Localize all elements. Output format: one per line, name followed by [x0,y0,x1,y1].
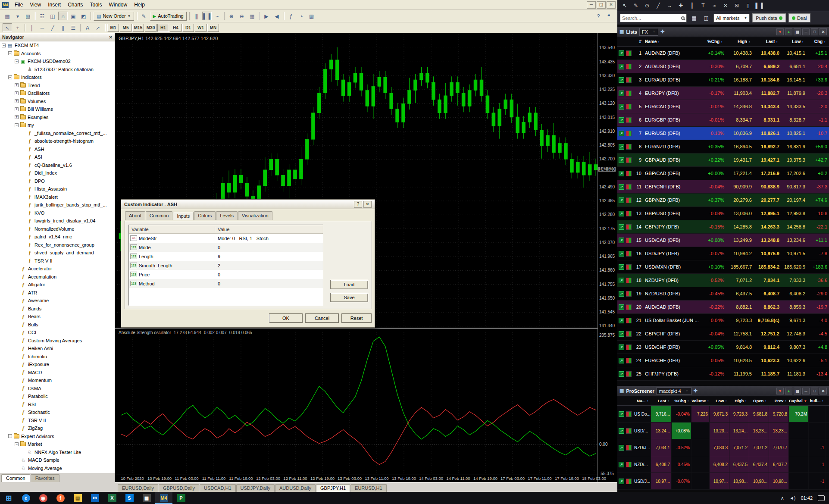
menu-file[interactable]: File [11,0,26,9]
quote-icon[interactable] [626,50,632,56]
tree-item-dpo[interactable]: ƒDPO [0,177,115,185]
market-row-aud-nzd-dfb[interactable]: ↗1AUD/NZD (DFB)+0.14%10,438.310,438.010,… [617,47,829,60]
menu-view[interactable]: View [26,0,44,9]
calculator-icon[interactable]: ▦ [138,492,155,504]
expander-icon[interactable]: − [15,442,19,446]
mini-chart-icon[interactable]: ↗ [619,50,624,56]
parameter-row-method[interactable]: 123Method0 [129,279,323,288]
mini-chart-icon[interactable]: ↗ [619,304,624,310]
parameter-value[interactable]: 0 [215,272,323,277]
chrome-icon[interactable]: ◉ [34,492,52,504]
cancel-button[interactable]: Cancel [305,313,339,323]
tile-windows-icon[interactable]: ▦ [247,12,257,20]
dialog-tab-about[interactable]: About [125,211,145,220]
parameter-value[interactable]: 0 [215,281,323,286]
minimize-icon[interactable]: ─ [802,388,810,394]
tree-item-alligator[interactable]: ƒAlligator [0,281,115,289]
tree-item-oscillators[interactable]: +Oscillators [0,89,115,97]
quote-icon[interactable] [626,331,632,337]
screener-column-header-low[interactable]: Low ↕ [710,398,729,403]
menu-window[interactable]: Window [106,0,131,9]
quote-icon[interactable] [626,184,632,190]
market-row-gbp-cnh-dfb[interactable]: ↗11GBP/CNH (DFB)-0.04%90,909.990,838.990… [617,180,829,194]
quote-icon[interactable] [626,428,632,434]
quote-icon[interactable] [626,358,632,363]
mini-chart-icon[interactable]: ↗ [619,344,624,350]
list-select[interactable]: FX ▼ [639,28,658,36]
tree-item-rex-for-nononsence-group[interactable]: ƒRex_for_nononsence_group [0,241,115,249]
quote-icon[interactable] [626,278,632,283]
dialog-tab-colors[interactable]: Colors [194,211,216,220]
mini-chart-icon[interactable]: ↗ [619,131,624,136]
crosshair-icon[interactable]: + [13,23,22,32]
quote-icon[interactable] [626,197,632,203]
market-row-eur-nzd-dfb[interactable]: ↗8EUR/NZD (DFB)+0.35%16,894.516,892.716,… [617,140,829,153]
tree-item-my[interactable]: −my [0,121,115,129]
tree-item-didi-index[interactable]: ƒDidi_Index [0,169,115,177]
parameter-row-length[interactable]: 123Length9 [129,252,323,261]
search-input[interactable] [622,16,681,21]
proscreener-title-bar[interactable]: ▦ ProScreener macdpkt 4 ▼ ✚ ▼ ▲ ▤ ─ □ ✕ [617,386,829,396]
ok-button[interactable]: OK [269,313,303,323]
tree-item-fxcm-mt4[interactable]: −▤FXCM MT4 [0,41,115,50]
parameter-row-mode[interactable]: 123Mode0 [129,243,323,252]
mail-icon[interactable]: ✉ [86,492,103,504]
search-box[interactable] [620,14,687,22]
tree-item-ichimoku[interactable]: ƒIchimoku [0,353,115,361]
search-icon[interactable] [681,16,685,20]
expander-icon[interactable]: − [8,434,12,438]
indicators-list-icon[interactable]: ƒ [286,12,296,20]
tree-item-stochastic[interactable]: ƒStochastic [0,408,115,416]
deal-button[interactable]: Deal [788,13,810,22]
quote-icon[interactable] [626,251,632,257]
parameters-table[interactable]: Variable Value abModeStrMode: 0 - RSI, 1… [128,225,323,306]
market-watch-icon[interactable]: ☷ [38,12,47,20]
screener-column-header-prev[interactable]: Prev ↕ [769,398,789,403]
screener-column-header[interactable]: Na... ↕Last ↕%Chg ↕Volume ↕Low ↕High ↕Op… [617,396,829,406]
expander-icon[interactable]: − [8,51,12,55]
mini-chart-icon[interactable]: ↗ [619,479,624,484]
expander-icon[interactable]: + [15,91,19,95]
market-row-gbp-cad-dfb[interactable]: ↗10GBP/CAD (DFB)+0.00%17,221.417,216.917… [617,167,829,180]
chart-shift-icon[interactable]: ◀ [272,12,282,20]
column-header-low[interactable]: Low ↕ [781,39,807,44]
store-icon[interactable]: S [121,492,138,504]
horizontal-line-icon[interactable]: ─ [38,23,47,32]
chart-tab-eurusd-daily[interactable]: EURUSD,Daily [118,484,158,492]
printer-icon[interactable]: ▤ [794,28,801,35]
text-icon[interactable]: A [83,23,92,32]
trash-icon[interactable]: ▯ [743,1,753,10]
tree-item-market[interactable]: −Market [0,440,115,448]
fibonacci-icon[interactable]: ☰ [69,23,78,32]
market-row-nzd-jpy-dfb[interactable]: ↗18NZD/JPY (DFB)-0.52%7,071.27,034.17,03… [617,274,829,287]
expander-icon[interactable]: − [8,75,12,79]
screener-row-nzd-j[interactable]: ↗NZD/J...7,034.1-0.52%7,033.37,071.27,07… [617,439,829,456]
autotrading-button[interactable]: ▶AutoTrading [150,12,187,21]
mini-chart-icon[interactable]: ↗ [619,91,624,96]
settings-icon[interactable]: ✚ [660,29,664,34]
tree-item-examples[interactable]: +Examples [0,113,115,122]
minimize-icon[interactable]: ─ [802,28,810,35]
column-header-last[interactable]: Last ↕ [754,39,781,44]
quote-icon[interactable] [626,238,632,243]
quote-icon[interactable] [626,131,632,136]
timeframe-m15[interactable]: M15 [132,24,144,32]
time-axis[interactable]: 10 Feb 202010 Feb 19:0011 Feb 03:0011 Fe… [115,475,598,482]
quote-icon[interactable] [626,104,632,110]
chat-icon[interactable]: ❝ [604,12,613,20]
parameter-value[interactable]: 2 [215,263,323,268]
ray-icon[interactable]: → [664,1,675,10]
move-down-icon[interactable]: ▼ [776,388,784,394]
tree-item-macd-sample[interactable]: ♘MACD Sample [0,456,115,464]
timeframe-h1[interactable]: H1 [157,24,169,32]
tree-item-normalizedvolume[interactable]: ƒNormalizedVolume [0,225,115,233]
screener-row-usd[interactable]: ↗USD/...13,24...+0.08%13,23...13,24...13… [617,423,829,439]
mini-chart-icon[interactable]: ↗ [619,445,624,451]
quote-icon[interactable] [626,479,632,484]
tree-item-accounts[interactable]: −Accounts [0,50,115,58]
tree-item-tsr-v-ii[interactable]: ƒTSR V II [0,416,115,425]
screener-column-header-high[interactable]: High ↕ [729,398,749,403]
parameter-row-smooth-length[interactable]: 123Smooth_Length2 [129,261,323,270]
tree-item-histo-assassin[interactable]: ƒHisto_Assassin [0,185,115,193]
parameter-row-price[interactable]: 123Price0 [129,270,323,279]
